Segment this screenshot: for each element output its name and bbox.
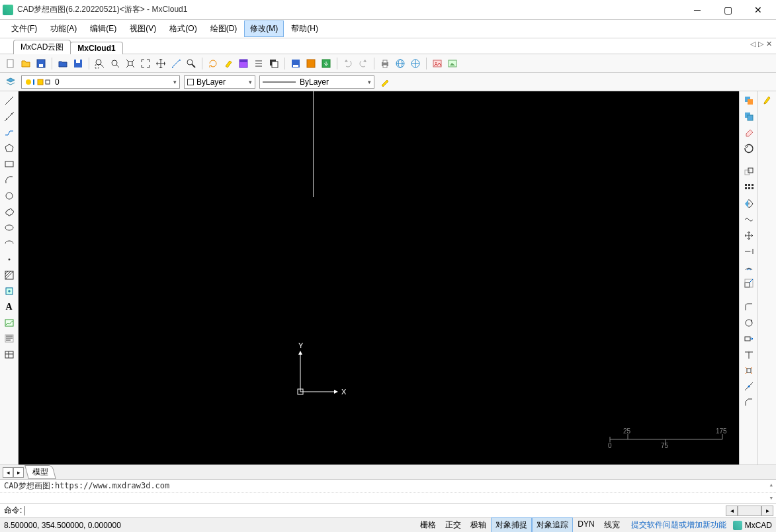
fullscreen-icon[interactable] (139, 57, 152, 70)
web-icon[interactable] (394, 57, 407, 70)
layer-manager-icon[interactable] (4, 75, 17, 89)
explode-icon[interactable] (742, 364, 755, 377)
close-button[interactable]: ✕ (743, 0, 773, 20)
line-icon[interactable] (3, 94, 16, 107)
import-icon[interactable] (320, 57, 333, 70)
tab-model[interactable]: 模型 (24, 465, 56, 479)
maximize-button[interactable]: ▢ (712, 0, 743, 20)
break-icon[interactable] (742, 213, 755, 226)
new-icon[interactable] (4, 57, 17, 70)
insert-block-icon[interactable] (3, 285, 16, 298)
save2-icon[interactable] (289, 57, 302, 70)
trim-icon[interactable] (742, 348, 755, 361)
zoom-all-icon[interactable] (124, 57, 137, 70)
offset-icon[interactable] (742, 261, 755, 274)
menu-format[interactable]: 格式(O) (163, 21, 202, 37)
zoom-window-icon[interactable] (93, 57, 107, 70)
zoom-realtime-icon[interactable] (185, 57, 198, 70)
xline-icon[interactable] (3, 110, 16, 123)
menu-function[interactable]: 功能(A) (44, 21, 83, 37)
drawing-canvas[interactable]: Y X 0 25 75 175 (19, 91, 739, 465)
properties-icon[interactable] (237, 57, 250, 70)
save-icon[interactable] (34, 57, 48, 70)
menu-file[interactable]: 文件(F) (5, 21, 43, 37)
arc-icon[interactable] (3, 173, 16, 187)
open-icon[interactable] (19, 57, 32, 70)
table-icon[interactable] (3, 348, 16, 361)
scale-icon[interactable] (742, 277, 755, 290)
list-icon[interactable] (252, 57, 265, 70)
copy3-icon[interactable] (742, 165, 755, 179)
image2-icon[interactable] (446, 57, 459, 70)
color-dropdown[interactable]: ByLayer ▾ (184, 75, 255, 89)
status-toggle-5[interactable]: DYN (573, 517, 599, 532)
hscroll-right[interactable]: ▸ (761, 506, 773, 516)
image-icon[interactable] (431, 57, 444, 70)
mirror-icon[interactable] (742, 197, 755, 210)
layout-prev[interactable]: ◂ (3, 467, 13, 478)
mtext-icon[interactable] (3, 332, 16, 345)
hatch-icon[interactable] (3, 269, 16, 282)
circle-icon[interactable] (3, 189, 16, 202)
layer-panel-icon[interactable] (267, 57, 280, 70)
revcloud-icon[interactable] (3, 205, 16, 218)
tabs-next[interactable]: ▷ (758, 40, 763, 48)
chamfer-icon[interactable] (742, 396, 755, 409)
status-toggle-6[interactable]: 线宽 (599, 517, 625, 532)
stretch-icon[interactable] (742, 332, 755, 345)
menu-edit[interactable]: 编辑(E) (84, 21, 122, 37)
layout-next[interactable]: ▸ (13, 467, 24, 478)
rectangle-icon[interactable] (3, 157, 16, 171)
export-icon[interactable] (304, 57, 318, 70)
polygon-icon[interactable] (3, 142, 16, 155)
match-prop-icon[interactable] (378, 75, 392, 89)
menu-view[interactable]: 视图(V) (124, 21, 162, 37)
ellipse-icon[interactable] (3, 221, 16, 234)
copy-icon[interactable] (742, 94, 755, 107)
pline-icon[interactable] (3, 126, 16, 139)
measure-icon[interactable] (169, 57, 183, 70)
erase-icon[interactable] (742, 126, 755, 139)
menu-modify[interactable]: 修改(M) (244, 21, 284, 37)
menu-help[interactable]: 帮助(H) (285, 21, 324, 37)
status-toggle-2[interactable]: 极轴 (466, 517, 491, 532)
extend-icon[interactable] (742, 245, 755, 258)
array-icon[interactable] (742, 181, 755, 195)
copy2-icon[interactable] (742, 110, 755, 123)
fillet-icon[interactable] (742, 300, 755, 314)
image-insert-icon[interactable] (3, 316, 16, 330)
status-toggle-0[interactable]: 栅格 (415, 517, 441, 532)
feedback-link[interactable]: 提交软件问题或增加新功能 (631, 519, 726, 531)
saveas-icon[interactable] (71, 57, 85, 70)
status-toggle-3[interactable]: 对象捕捉 (491, 517, 532, 532)
layer-dropdown[interactable]: 0 ▾ (21, 75, 180, 89)
web2-icon[interactable] (409, 57, 422, 70)
linetype-dropdown[interactable]: ByLayer ▾ (259, 75, 374, 89)
rotate-icon[interactable] (742, 142, 755, 155)
status-toggle-4[interactable]: 对象追踪 (532, 517, 573, 532)
print-icon[interactable] (378, 57, 392, 70)
doc-tab-mxcloud1[interactable]: MxCloud1 (70, 42, 122, 54)
open-folder-icon[interactable] (56, 57, 69, 70)
cmd-scroll-up[interactable]: ▴ (769, 480, 773, 489)
tabs-prev[interactable]: ◁ (750, 40, 755, 48)
redo-icon[interactable] (357, 57, 370, 70)
minimize-button[interactable]: ─ (682, 0, 712, 20)
command-input[interactable] (24, 506, 772, 515)
doc-tab-cloud[interactable]: MxCAD云图 (13, 40, 71, 54)
rotate2-icon[interactable] (742, 316, 755, 330)
ellipse-arc-icon[interactable] (3, 237, 16, 250)
zoom-extents-icon[interactable] (108, 57, 122, 70)
cmd-scroll-down[interactable]: ▾ (769, 494, 773, 502)
tabs-close[interactable]: ✕ (766, 40, 772, 48)
regen-icon[interactable] (206, 57, 220, 70)
menu-draw[interactable]: 绘图(D) (204, 21, 243, 37)
point-icon[interactable] (3, 253, 16, 266)
brush-icon[interactable] (761, 94, 774, 107)
join-icon[interactable] (742, 380, 755, 393)
move-icon[interactable] (742, 229, 755, 242)
pan-icon[interactable] (154, 57, 167, 70)
status-toggle-1[interactable]: 正交 (441, 517, 466, 532)
highlight-icon[interactable] (222, 57, 235, 70)
text-icon[interactable]: A (3, 300, 16, 314)
